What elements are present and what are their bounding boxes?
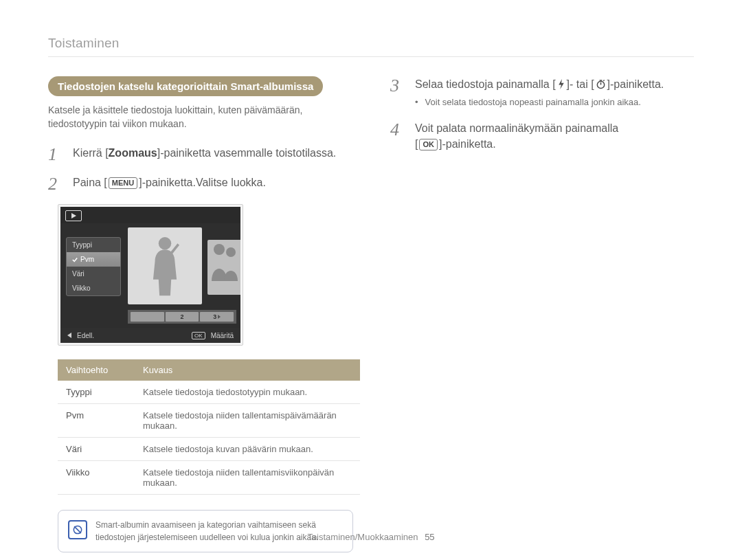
back-label: Edell. (77, 332, 94, 339)
step-number: 4 (390, 120, 405, 152)
playback-mode-icon (65, 210, 82, 221)
step-number: 2 (48, 175, 63, 193)
svg-point-2 (214, 244, 225, 255)
lcd-footer: Edell. OK Määritä (60, 328, 240, 343)
cell-desc: Katsele tiedostoja niiden tallentamisvii… (135, 461, 360, 495)
menu-item-week: Viikko (67, 281, 120, 295)
step-3-bullet: Voit selata tiedostoja nopeasti painamal… (415, 96, 664, 109)
film-cell: 2 (166, 312, 199, 322)
lcd-topbar (60, 207, 240, 223)
th-option: Vaihtoehto (58, 359, 135, 381)
page-section-title: Toistaminen (48, 36, 694, 51)
person-silhouette-icon (146, 234, 184, 298)
step-2: 2 Paina [MENU]-painiketta.Valitse luokka… (48, 175, 352, 193)
step-text: Voit palata normaalinäkymään painamalla … (415, 120, 618, 152)
timer-icon (596, 78, 606, 93)
text: Kierrä [ (73, 147, 109, 159)
left-column: Tiedostojen katselu kategorioittain Smar… (48, 76, 352, 552)
right-column: 3 Selaa tiedostoja painamalla []- tai []… (390, 76, 694, 552)
flash-icon (557, 78, 565, 93)
step-text: Paina [MENU]-painiketta.Valitse luokka. (73, 175, 266, 193)
cell-desc: Katsele tiedostoja niiden tallentamispäi… (135, 404, 360, 438)
menu-item-color: Väri (67, 267, 120, 281)
ok-icon: OK (192, 332, 205, 339)
step-1: 1 Kierrä [Zoomaus]-painiketta vasemmalle… (48, 145, 352, 164)
text: ]-painiketta. (607, 78, 664, 90)
divider (48, 56, 694, 57)
step-text: Selaa tiedostoja painamalla []- tai []-p… (415, 76, 664, 109)
svg-point-1 (159, 237, 171, 249)
text: [ (415, 138, 418, 150)
thumbnail-side (207, 240, 240, 295)
thumbnail-main (128, 227, 202, 304)
menu-item-label: Pvm (80, 256, 94, 263)
cell-desc: Katsele tiedostoja kuvan päävärin mukaan… (135, 438, 360, 461)
zoom-label: Zoomaus (109, 147, 157, 159)
svg-point-3 (226, 247, 236, 257)
cell-option: Väri (58, 438, 135, 461)
ok-button-label: OK (419, 139, 438, 150)
step-text: Kierrä [Zoomaus]-painiketta vasemmalle t… (73, 145, 336, 164)
text: ]-painiketta. (439, 138, 496, 150)
text: ]- tai [ (567, 78, 594, 90)
subsection-heading: Tiedostojen katselu kategorioittain Smar… (48, 76, 323, 96)
film-cell: 3 (200, 312, 234, 322)
people-silhouette-icon (207, 240, 240, 281)
film-cell (131, 312, 164, 322)
text: Selaa tiedostoja painamalla [ (415, 78, 556, 90)
text: Paina [ (73, 177, 107, 188)
text: ]-painiketta vasemmalle toistotilassa. (157, 147, 337, 159)
chevron-right-icon (218, 315, 221, 319)
cell-option: Tyyppi (58, 381, 135, 404)
text: Voit selata tiedostoja nopeasti painamal… (425, 96, 641, 109)
cell-desc: Katsele tiedostoja tiedostotyypin mukaan… (135, 381, 360, 404)
page-footer: Toistaminen/Muokkaaminen 55 (0, 532, 742, 542)
step-4: 4 Voit palata normaalinäkymään painamall… (390, 120, 694, 152)
step-number: 1 (48, 145, 63, 164)
table-row: Viikko Katsele tiedostoja niiden tallent… (58, 461, 360, 495)
two-column-layout: Tiedostojen katselu kategorioittain Smar… (48, 76, 694, 552)
filmstrip: 2 3 (128, 310, 236, 324)
step-3: 3 Selaa tiedostoja painamalla []- tai []… (390, 76, 694, 109)
step-number: 3 (390, 76, 405, 109)
options-table: Vaihtoehto Kuvaus Tyyppi Katsele tiedost… (58, 359, 360, 495)
table-row: Pvm Katsele tiedostoja niiden tallentami… (58, 404, 360, 438)
lcd-inner: Tyyppi Pvm Väri Viikko (60, 207, 240, 343)
menu-item-date: Pvm (67, 252, 120, 267)
chevron-left-icon (67, 333, 71, 338)
text: ]-painiketta.Valitse luokka. (139, 177, 266, 188)
svg-marker-0 (71, 213, 76, 219)
camera-screen-preview: Tyyppi Pvm Väri Viikko (58, 204, 243, 346)
check-icon (72, 257, 78, 262)
text: Voit palata normaalinäkymään painamalla (415, 122, 618, 134)
table-row: Väri Katsele tiedostoja kuvan päävärin m… (58, 438, 360, 461)
table-row: Tyyppi Katsele tiedostoja tiedostotyypin… (58, 381, 360, 404)
menu-item-type: Tyyppi (67, 238, 120, 252)
th-description: Kuvaus (135, 359, 360, 381)
menu-button-label: MENU (109, 177, 137, 189)
set-label: Määritä (211, 332, 234, 339)
cell-option: Pvm (58, 404, 135, 438)
text: 3 (213, 313, 216, 320)
footer-path: Toistaminen/Muokkaaminen (307, 532, 418, 542)
category-menu: Tyyppi Pvm Väri Viikko (66, 237, 121, 296)
intro-text: Katsele ja käsittele tiedostoja luokitta… (48, 103, 352, 131)
cell-option: Viikko (58, 461, 135, 495)
page-number: 55 (425, 532, 434, 542)
